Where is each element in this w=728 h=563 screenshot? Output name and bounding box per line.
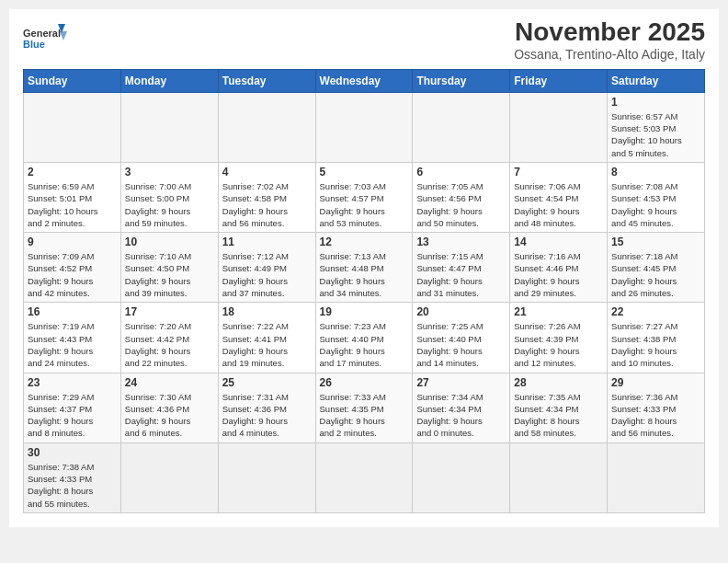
calendar-cell: 12Sunrise: 7:13 AM Sunset: 4:48 PM Dayli… (315, 233, 413, 303)
day-sun-info: Sunrise: 7:33 AM Sunset: 4:35 PM Dayligh… (320, 391, 409, 440)
day-sun-info: Sunrise: 7:25 AM Sunset: 4:40 PM Dayligh… (416, 320, 506, 369)
calendar-cell (510, 442, 608, 512)
calendar-cell: 16Sunrise: 7:19 AM Sunset: 4:43 PM Dayli… (24, 303, 121, 373)
day-number: 4 (222, 166, 312, 178)
day-sun-info: Sunrise: 7:34 AM Sunset: 4:34 PM Dayligh… (416, 391, 506, 440)
day-sun-info: Sunrise: 7:18 AM Sunset: 4:45 PM Dayligh… (611, 250, 700, 299)
weekday-header-row: SundayMondayTuesdayWednesdayThursdayFrid… (24, 69, 705, 92)
calendar-cell: 5Sunrise: 7:03 AM Sunset: 4:57 PM Daylig… (315, 162, 413, 232)
weekday-header-friday: Friday (510, 69, 608, 92)
calendar-cell: 25Sunrise: 7:31 AM Sunset: 4:36 PM Dayli… (218, 373, 315, 442)
day-sun-info: Sunrise: 7:16 AM Sunset: 4:46 PM Dayligh… (514, 250, 603, 299)
calendar-cell (608, 442, 705, 512)
header: General Blue November 2025 Ossana, Trent… (23, 18, 705, 62)
calendar-table: SundayMondayTuesdayWednesdayThursdayFrid… (23, 69, 705, 513)
calendar-cell: 29Sunrise: 7:36 AM Sunset: 4:33 PM Dayli… (608, 373, 705, 442)
day-sun-info: Sunrise: 7:02 AM Sunset: 4:58 PM Dayligh… (222, 180, 312, 229)
day-number: 26 (320, 376, 409, 389)
calendar-cell: 19Sunrise: 7:23 AM Sunset: 4:40 PM Dayli… (315, 303, 413, 373)
day-number: 14 (514, 236, 603, 248)
title-block: November 2025 Ossana, Trentino-Alto Adig… (514, 18, 705, 62)
generalblue-logo-icon: General Blue (23, 22, 69, 59)
day-number: 16 (28, 305, 117, 318)
day-sun-info: Sunrise: 6:57 AM Sunset: 5:03 PM Dayligh… (611, 110, 700, 159)
day-number: 30 (28, 446, 117, 459)
calendar-cell: 10Sunrise: 7:10 AM Sunset: 4:50 PM Dayli… (120, 233, 218, 303)
day-sun-info: Sunrise: 7:22 AM Sunset: 4:41 PM Dayligh… (222, 320, 312, 369)
calendar-cell: 2Sunrise: 6:59 AM Sunset: 5:01 PM Daylig… (24, 162, 121, 232)
day-number: 20 (416, 305, 506, 318)
day-sun-info: Sunrise: 7:35 AM Sunset: 4:34 PM Dayligh… (514, 391, 603, 440)
day-sun-info: Sunrise: 7:27 AM Sunset: 4:38 PM Dayligh… (611, 320, 700, 369)
weekday-header-tuesday: Tuesday (218, 69, 315, 92)
weekday-header-thursday: Thursday (413, 69, 510, 92)
calendar-cell: 23Sunrise: 7:29 AM Sunset: 4:37 PM Dayli… (24, 373, 121, 442)
calendar-cell (120, 92, 218, 162)
day-sun-info: Sunrise: 7:31 AM Sunset: 4:36 PM Dayligh… (222, 391, 312, 440)
day-sun-info: Sunrise: 7:12 AM Sunset: 4:49 PM Dayligh… (222, 250, 312, 299)
calendar-cell: 24Sunrise: 7:30 AM Sunset: 4:36 PM Dayli… (120, 373, 218, 442)
day-number: 29 (611, 376, 700, 389)
day-number: 19 (320, 305, 409, 318)
day-number: 28 (514, 376, 603, 389)
calendar-cell: 1Sunrise: 6:57 AM Sunset: 5:03 PM Daylig… (608, 92, 705, 162)
calendar-week-4: 16Sunrise: 7:19 AM Sunset: 4:43 PM Dayli… (24, 303, 705, 373)
weekday-header-sunday: Sunday (24, 69, 121, 92)
location-title: Ossana, Trentino-Alto Adige, Italy (514, 47, 705, 62)
calendar-week-3: 9Sunrise: 7:09 AM Sunset: 4:52 PM Daylig… (24, 233, 705, 303)
day-number: 5 (320, 166, 409, 178)
day-number: 9 (28, 236, 117, 248)
calendar-cell (510, 92, 608, 162)
day-sun-info: Sunrise: 7:15 AM Sunset: 4:47 PM Dayligh… (416, 250, 506, 299)
day-sun-info: Sunrise: 6:59 AM Sunset: 5:01 PM Dayligh… (28, 180, 117, 229)
day-sun-info: Sunrise: 7:26 AM Sunset: 4:39 PM Dayligh… (514, 320, 603, 369)
day-number: 22 (611, 305, 700, 318)
weekday-header-saturday: Saturday (608, 69, 705, 92)
day-sun-info: Sunrise: 7:30 AM Sunset: 4:36 PM Dayligh… (125, 391, 214, 440)
svg-marker-3 (60, 31, 67, 40)
calendar-cell: 8Sunrise: 7:08 AM Sunset: 4:53 PM Daylig… (608, 162, 705, 232)
calendar-cell: 3Sunrise: 7:00 AM Sunset: 5:00 PM Daylig… (120, 162, 218, 232)
day-number: 3 (125, 166, 214, 178)
page: General Blue November 2025 Ossana, Trent… (9, 9, 719, 527)
day-sun-info: Sunrise: 7:29 AM Sunset: 4:37 PM Dayligh… (28, 391, 117, 440)
calendar-cell: 20Sunrise: 7:25 AM Sunset: 4:40 PM Dayli… (413, 303, 510, 373)
day-number: 1 (611, 96, 700, 109)
weekday-header-monday: Monday (120, 69, 218, 92)
calendar-cell (120, 442, 218, 512)
calendar-cell (315, 442, 413, 512)
day-sun-info: Sunrise: 7:09 AM Sunset: 4:52 PM Dayligh… (28, 250, 117, 299)
day-sun-info: Sunrise: 7:20 AM Sunset: 4:42 PM Dayligh… (125, 320, 214, 369)
day-number: 13 (416, 236, 506, 248)
day-number: 23 (28, 376, 117, 389)
calendar-week-5: 23Sunrise: 7:29 AM Sunset: 4:37 PM Dayli… (24, 373, 705, 442)
day-number: 11 (222, 236, 312, 248)
day-sun-info: Sunrise: 7:03 AM Sunset: 4:57 PM Dayligh… (320, 180, 409, 229)
calendar-cell: 18Sunrise: 7:22 AM Sunset: 4:41 PM Dayli… (218, 303, 315, 373)
calendar-cell (413, 92, 510, 162)
calendar-cell: 27Sunrise: 7:34 AM Sunset: 4:34 PM Dayli… (413, 373, 510, 442)
calendar-cell (24, 92, 121, 162)
day-sun-info: Sunrise: 7:05 AM Sunset: 4:56 PM Dayligh… (416, 180, 506, 229)
calendar-cell: 13Sunrise: 7:15 AM Sunset: 4:47 PM Dayli… (413, 233, 510, 303)
day-number: 25 (222, 376, 312, 389)
calendar-week-2: 2Sunrise: 6:59 AM Sunset: 5:01 PM Daylig… (24, 162, 705, 232)
calendar-cell (315, 92, 413, 162)
calendar-cell: 15Sunrise: 7:18 AM Sunset: 4:45 PM Dayli… (608, 233, 705, 303)
day-number: 2 (28, 166, 117, 178)
calendar-cell: 9Sunrise: 7:09 AM Sunset: 4:52 PM Daylig… (24, 233, 121, 303)
calendar-cell: 21Sunrise: 7:26 AM Sunset: 4:39 PM Dayli… (510, 303, 608, 373)
calendar-cell: 6Sunrise: 7:05 AM Sunset: 4:56 PM Daylig… (413, 162, 510, 232)
calendar-cell: 7Sunrise: 7:06 AM Sunset: 4:54 PM Daylig… (510, 162, 608, 232)
calendar-cell (413, 442, 510, 512)
calendar-cell (218, 92, 315, 162)
month-title: November 2025 (514, 18, 705, 47)
day-sun-info: Sunrise: 7:10 AM Sunset: 4:50 PM Dayligh… (125, 250, 214, 299)
logo: General Blue (23, 22, 69, 59)
calendar-cell: 4Sunrise: 7:02 AM Sunset: 4:58 PM Daylig… (218, 162, 315, 232)
calendar-cell: 30Sunrise: 7:38 AM Sunset: 4:33 PM Dayli… (24, 442, 121, 512)
day-number: 12 (320, 236, 409, 248)
day-sun-info: Sunrise: 7:38 AM Sunset: 4:33 PM Dayligh… (28, 461, 117, 510)
calendar-cell: 26Sunrise: 7:33 AM Sunset: 4:35 PM Dayli… (315, 373, 413, 442)
weekday-header-wednesday: Wednesday (315, 69, 413, 92)
